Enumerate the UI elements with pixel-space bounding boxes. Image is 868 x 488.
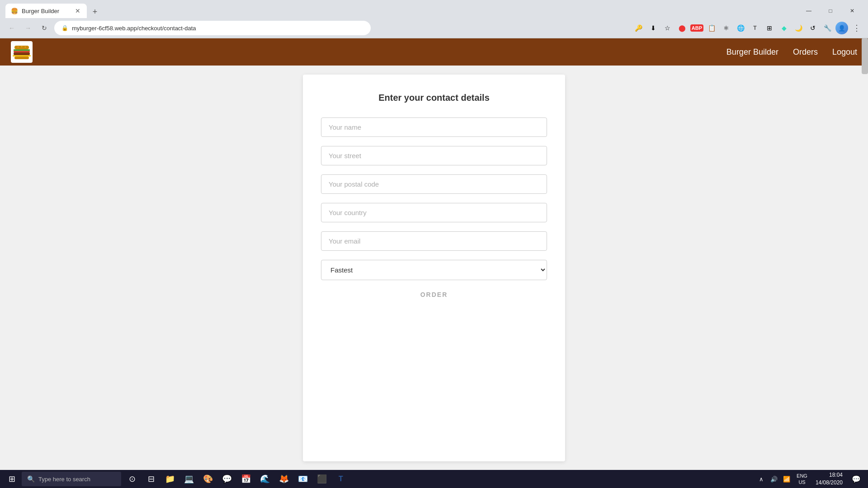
postal-input[interactable] (321, 174, 547, 194)
adblock-icon[interactable]: ⬤ (676, 22, 689, 34)
svg-rect-6 (14, 52, 30, 55)
taskbar-clock[interactable]: 18:04 14/08/2020 (812, 471, 846, 487)
taskbar-taskview-icon[interactable]: ⊟ (142, 470, 160, 488)
settings-icon[interactable]: 🔧 (821, 22, 834, 34)
refresh-button[interactable]: ↻ (38, 22, 51, 34)
svg-point-2 (21, 46, 23, 47)
name-input[interactable] (321, 117, 547, 137)
taskbar: ⊞ 🔍 Type here to search ⊙ ⊟ 📁 💻 🎨 💬 📅 🌊 … (0, 470, 868, 488)
tray-expand-icon[interactable]: ∧ (756, 472, 767, 486)
taskbar-lang-indicator: ENG US (794, 473, 810, 486)
street-input[interactable] (321, 146, 547, 165)
volume-icon[interactable]: 🔊 (769, 472, 779, 486)
lang-code: ENG (797, 473, 807, 479)
browser-addressbar: ← → ↻ 🔒 myburger-6cf58.web.app/checkout/… (0, 18, 868, 38)
burger-logo-icon (13, 44, 31, 60)
taskbar-search-box[interactable]: 🔍 Type here to search (22, 472, 121, 486)
react-icon[interactable]: ⚛ (720, 22, 732, 34)
country-input[interactable] (321, 203, 547, 222)
new-tab-button[interactable]: + (89, 5, 101, 18)
url-text: myburger-6cf58.web.app/checkout/contact-… (72, 25, 363, 32)
nav-burger-builder[interactable]: Burger Builder (726, 47, 778, 57)
abp-icon[interactable]: ABP (690, 24, 703, 32)
country-field-group (321, 203, 547, 222)
download-icon[interactable]: ⬇ (647, 22, 660, 34)
grid-icon[interactable]: ⊞ (763, 22, 776, 34)
taskbar-system-tray: ∧ 🔊 📶 ENG US 18:04 14/08/2020 💬 (756, 471, 864, 487)
diamond-icon[interactable]: ◆ (778, 22, 790, 34)
app-nav-links: Burger Builder Orders Logout (726, 47, 857, 57)
svg-point-1 (18, 47, 19, 48)
app-logo (11, 41, 33, 63)
active-tab[interactable]: 🍔 Burger Builder ✕ (5, 4, 87, 18)
network-icon[interactable]: 📶 (781, 472, 792, 486)
taskbar-firefox-icon[interactable]: 🦊 (275, 470, 293, 488)
postal-field-group (321, 174, 547, 194)
clipboard-icon[interactable]: 📋 (705, 22, 718, 34)
order-button[interactable]: ORDER (420, 291, 448, 298)
email-field-group (321, 231, 547, 251)
taskbar-time: 18:04 (829, 471, 843, 479)
name-field-group (321, 117, 547, 137)
page-wrapper: Burger Builder Orders Logout Enter your … (0, 38, 868, 470)
form-title: Enter your contact details (321, 93, 547, 103)
lang-region: US (798, 479, 805, 485)
star-icon[interactable]: ☆ (661, 22, 674, 34)
svg-rect-4 (14, 49, 30, 51)
street-field-group (321, 146, 547, 165)
tab-bar: 🍔 Burger Builder ✕ + (5, 4, 101, 18)
taskbar-search-placeholder: Type here to search (38, 476, 90, 483)
taskbar-onenote-icon[interactable]: 📅 (237, 470, 255, 488)
key-icon[interactable]: 🔑 (632, 22, 645, 34)
tab-close-button[interactable]: ✕ (74, 7, 81, 14)
security-lock-icon: 🔒 (61, 25, 68, 31)
taskbar-vscode-icon[interactable]: 💻 (180, 470, 198, 488)
svg-rect-8 (14, 56, 29, 59)
profile-avatar[interactable]: 👤 (835, 22, 848, 34)
kebab-menu-button[interactable]: ⋮ (850, 22, 863, 34)
back-button[interactable]: ← (5, 22, 18, 34)
nav-orders[interactable]: Orders (793, 47, 818, 57)
taskbar-app-icons: ⊙ ⊟ 📁 💻 🎨 💬 📅 🌊 🦊 📧 ⬛ T (123, 470, 350, 488)
browser-titlebar: 🍔 Burger Builder ✕ + — □ ✕ (0, 0, 868, 18)
moon-icon[interactable]: 🌙 (792, 22, 805, 34)
browser-chrome: 🍔 Burger Builder ✕ + — □ ✕ ← → ↻ 🔒 mybur… (0, 0, 868, 38)
start-button[interactable]: ⊞ (4, 471, 20, 487)
taskbar-whatsapp-icon[interactable]: 💬 (218, 470, 236, 488)
app-content: Enter your contact details Fastest Cheap… (0, 66, 868, 470)
email-input[interactable] (321, 231, 547, 251)
delivery-select[interactable]: Fastest Cheapest (321, 260, 547, 280)
taskbar-search-icon: 🔍 (27, 475, 35, 483)
tab-title: Burger Builder (22, 8, 59, 14)
taskbar-unknown-icon[interactable]: ⬛ (313, 470, 331, 488)
translate-icon[interactable]: T (749, 22, 761, 34)
delivery-select-group: Fastest Cheapest (321, 260, 547, 280)
close-button[interactable]: ✕ (842, 4, 863, 18)
taskbar-mail-icon[interactable]: 📧 (294, 470, 312, 488)
taskbar-word-icon[interactable]: T (332, 470, 350, 488)
svg-rect-7 (13, 55, 31, 56)
forward-button[interactable]: → (22, 22, 34, 34)
window-controls: — □ ✕ (798, 4, 863, 18)
sync-icon[interactable]: ↺ (807, 22, 819, 34)
taskbar-explorer-icon[interactable]: 📁 (161, 470, 179, 488)
address-bar[interactable]: 🔒 myburger-6cf58.web.app/checkout/contac… (54, 21, 371, 35)
taskbar-cortana-icon[interactable]: ⊙ (123, 470, 141, 488)
taskbar-edge-icon[interactable]: 🌊 (256, 470, 274, 488)
taskbar-notification-icon[interactable]: 💬 (848, 471, 864, 487)
taskbar-date: 14/08/2020 (816, 479, 843, 487)
taskbar-paint-icon[interactable]: 🎨 (199, 470, 217, 488)
scrollbar-thumb[interactable] (862, 38, 868, 74)
edge-icon[interactable]: 🌐 (734, 22, 747, 34)
maximize-button[interactable]: □ (820, 4, 841, 18)
nav-logout[interactable]: Logout (832, 47, 857, 57)
svg-point-3 (25, 47, 26, 48)
browser-extensions: 🔑 ⬇ ☆ ⬤ ABP 📋 ⚛ 🌐 T ⊞ ◆ 🌙 ↺ 🔧 👤 ⋮ (632, 22, 863, 34)
tab-favicon: 🍔 (11, 7, 18, 14)
contact-form-container: Enter your contact details Fastest Cheap… (303, 75, 565, 461)
svg-rect-5 (14, 51, 30, 52)
app-navbar: Burger Builder Orders Logout (0, 38, 868, 66)
minimize-button[interactable]: — (798, 4, 819, 18)
